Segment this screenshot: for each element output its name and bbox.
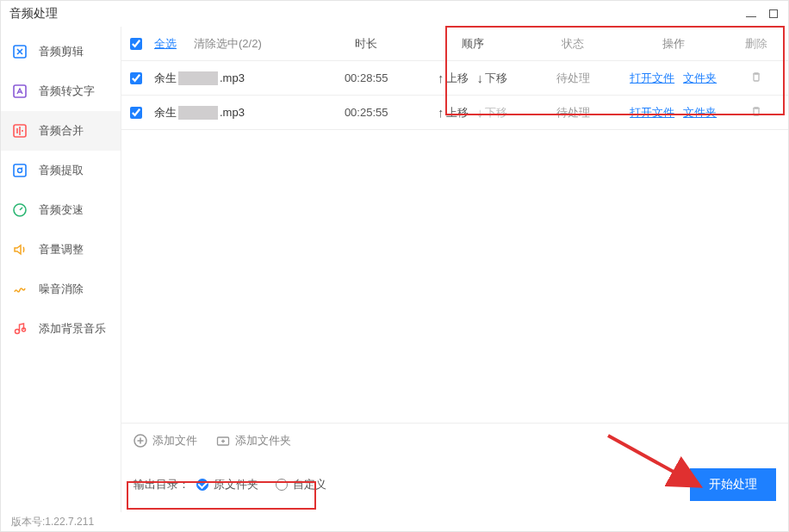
delete-button[interactable] xyxy=(750,107,762,120)
table-row: 余生.mp300:25:55↑上移↓下移待处理打开文件文件夹 xyxy=(121,96,788,130)
select-all-checkbox[interactable] xyxy=(130,38,142,50)
sidebar-item-7[interactable]: 添加背景音乐 xyxy=(1,309,121,349)
text-icon xyxy=(11,83,28,100)
output-bar: 输出目录： 原文件夹 自定义 开始处理 xyxy=(121,457,788,512)
output-label: 输出目录： xyxy=(134,477,189,492)
table-row: 余生.mp300:28:55↑上移↓下移待处理打开文件文件夹 xyxy=(121,61,788,96)
file-list: 全选 清除选中(2/2) 时长 顺序 状态 操作 删除 余生.mp300:28:… xyxy=(121,27,788,423)
svg-rect-1 xyxy=(14,85,26,97)
status-cell: 待处理 xyxy=(531,71,614,86)
move-down-button[interactable]: ↓下移 xyxy=(477,105,508,121)
duration-cell: 00:28:55 xyxy=(319,71,413,84)
row-checkbox[interactable] xyxy=(130,72,142,84)
merge-icon xyxy=(11,122,28,139)
sidebar-item-label: 音频剪辑 xyxy=(39,44,84,59)
speed-icon xyxy=(11,201,28,219)
svg-point-4 xyxy=(18,169,22,173)
duration-cell: 00:25:55 xyxy=(319,106,413,119)
move-down-button[interactable]: ↓下移 xyxy=(477,71,508,86)
list-header: 全选 清除选中(2/2) 时长 顺序 状态 操作 删除 xyxy=(121,27,788,61)
app-window: 音频处理 音频剪辑音频转文字音频合并音频提取音频变速音量调整噪音消除添加背景音乐… xyxy=(0,0,789,532)
cut-icon xyxy=(11,43,28,60)
arrow-down-icon: ↓ xyxy=(477,105,484,120)
sidebar-item-label: 音频提取 xyxy=(39,163,84,178)
sidebar-item-label: 音频变速 xyxy=(39,202,84,218)
row-checkbox[interactable] xyxy=(130,107,142,119)
sidebar-item-0[interactable]: 音频剪辑 xyxy=(1,32,121,71)
maximize-button[interactable] xyxy=(767,8,780,20)
sidebar-item-label: 噪音消除 xyxy=(39,281,84,297)
start-button[interactable]: 开始处理 xyxy=(690,468,776,501)
titlebar: 音频处理 xyxy=(1,1,788,27)
select-all-link[interactable]: 全选 xyxy=(154,36,177,52)
sidebar-item-label: 音频合并 xyxy=(39,123,84,139)
bgm-icon xyxy=(11,320,28,337)
svg-rect-3 xyxy=(14,164,26,176)
main-panel: 全选 清除选中(2/2) 时长 顺序 状态 操作 删除 余生.mp300:28:… xyxy=(121,27,788,512)
add-bar: 添加文件 添加文件夹 xyxy=(121,423,788,457)
version-footer: 版本号:1.22.7.211 xyxy=(1,512,94,531)
sidebar-item-label: 音频转文字 xyxy=(39,84,95,99)
sidebar-item-1[interactable]: 音频转文字 xyxy=(1,71,121,111)
redacted-mask xyxy=(178,71,218,85)
file-name: 余生.mp3 xyxy=(154,71,245,86)
radio-custom-folder[interactable]: 自定义 xyxy=(276,477,326,492)
clear-selected-link[interactable]: 清除选中(2/2) xyxy=(194,36,262,52)
noise-icon xyxy=(11,281,28,298)
sidebar-item-2[interactable]: 音频合并 xyxy=(1,111,121,151)
radio-original-folder[interactable]: 原文件夹 xyxy=(196,477,258,492)
sidebar-item-label: 音量调整 xyxy=(39,242,84,257)
redacted-mask xyxy=(178,106,218,120)
radio-on-icon xyxy=(196,479,208,491)
sidebar-item-3[interactable]: 音频提取 xyxy=(1,151,121,190)
sidebar-item-6[interactable]: 噪音消除 xyxy=(1,269,121,309)
arrow-up-icon: ↑ xyxy=(438,71,444,85)
move-up-button[interactable]: ↑上移 xyxy=(438,71,469,86)
window-controls xyxy=(745,8,780,20)
extract-icon xyxy=(11,162,28,179)
arrow-up-icon: ↑ xyxy=(438,105,444,120)
open-file-link[interactable]: 打开文件 xyxy=(630,71,674,86)
col-delete: 删除 xyxy=(732,36,780,52)
plus-folder-icon xyxy=(216,434,230,448)
sidebar-item-5[interactable]: 音量调整 xyxy=(1,230,121,269)
app-title: 音频处理 xyxy=(9,6,58,22)
open-file-link[interactable]: 打开文件 xyxy=(630,105,674,121)
trash-icon xyxy=(750,105,762,117)
sidebar-item-4[interactable]: 音频变速 xyxy=(1,190,121,230)
plus-circle-icon xyxy=(134,434,147,448)
trash-icon xyxy=(750,71,762,83)
col-status: 状态 xyxy=(531,36,614,52)
volume-icon xyxy=(11,241,28,258)
sidebar: 音频剪辑音频转文字音频合并音频提取音频变速音量调整噪音消除添加背景音乐 xyxy=(1,27,121,512)
col-duration: 时长 xyxy=(319,36,413,52)
open-folder-link[interactable]: 文件夹 xyxy=(683,105,717,121)
sidebar-item-label: 添加背景音乐 xyxy=(39,321,106,337)
file-name: 余生.mp3 xyxy=(154,105,245,121)
delete-button[interactable] xyxy=(750,72,762,85)
status-cell: 待处理 xyxy=(531,105,614,121)
col-order: 顺序 xyxy=(413,36,531,52)
col-operate: 操作 xyxy=(614,36,732,52)
add-folder-button[interactable]: 添加文件夹 xyxy=(216,433,291,448)
radio-off-icon xyxy=(276,479,288,491)
open-folder-link[interactable]: 文件夹 xyxy=(683,71,717,86)
output-settings: 输出目录： 原文件夹 自定义 xyxy=(134,477,337,492)
add-file-button[interactable]: 添加文件 xyxy=(134,433,197,448)
move-up-button[interactable]: ↑上移 xyxy=(438,105,469,121)
minimize-button[interactable] xyxy=(745,8,757,20)
arrow-down-icon: ↓ xyxy=(477,71,484,85)
